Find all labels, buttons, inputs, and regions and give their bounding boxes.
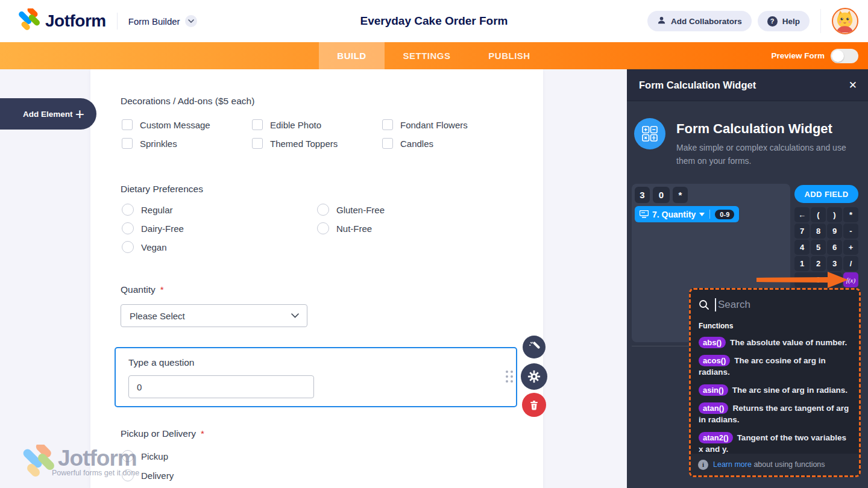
- function-item[interactable]: acos()The arc cosine of arg in radians.: [699, 355, 851, 378]
- checkbox-option[interactable]: Fondant Flowers: [382, 117, 468, 132]
- key-2[interactable]: 2: [811, 256, 826, 271]
- quantity-select[interactable]: Please Select: [121, 304, 307, 327]
- key-8[interactable]: 8: [811, 224, 826, 239]
- function-name-badge: atan2(): [699, 432, 733, 443]
- key-close-paren[interactable]: ): [827, 207, 842, 222]
- radio-option[interactable]: Pickup: [122, 449, 168, 463]
- panel-title: Form Calculation Widget: [639, 80, 756, 91]
- key-plus[interactable]: +: [843, 240, 858, 255]
- tab-publish[interactable]: PUBLISH: [469, 42, 550, 69]
- key-divide[interactable]: /: [843, 256, 858, 271]
- expression-chip[interactable]: *: [673, 187, 688, 203]
- quantity-heading: Quantity*: [121, 284, 164, 295]
- help-button[interactable]: ? Help: [758, 11, 810, 31]
- key-5[interactable]: 5: [811, 240, 826, 255]
- user-avatar[interactable]: [832, 8, 858, 34]
- plus-icon: +: [75, 106, 84, 122]
- key-open-paren[interactable]: (: [811, 207, 826, 222]
- checkbox-option[interactable]: Themed Toppers: [252, 136, 338, 151]
- key-multiply[interactable]: *: [843, 207, 858, 222]
- expression-chip[interactable]: 3: [635, 187, 650, 203]
- preview-form-toggle[interactable]: [831, 49, 858, 63]
- chevron-down-icon[interactable]: [185, 15, 197, 27]
- add-field-button[interactable]: ADD FIELD: [794, 185, 858, 203]
- jotform-watermark: Jotform Powerful forms get it done: [20, 445, 54, 481]
- key-4[interactable]: 4: [794, 240, 810, 255]
- add-collaborators-button[interactable]: Add Collaborators: [647, 11, 752, 31]
- radio[interactable]: [122, 450, 134, 462]
- widget-title: Form Calculation Widget: [676, 121, 832, 137]
- functions-search-input[interactable]: Search: [699, 297, 851, 313]
- question-label[interactable]: Type a question: [128, 357, 194, 368]
- required-asterisk: *: [201, 428, 204, 439]
- brand-wordmark[interactable]: Jotform: [45, 11, 106, 31]
- calculation-value-input[interactable]: 0: [128, 375, 314, 398]
- header-divider: [820, 9, 821, 33]
- checkbox[interactable]: [252, 119, 263, 130]
- function-item[interactable]: asin()The arc sine of arg in radians.: [699, 384, 851, 396]
- learn-more-link[interactable]: Learn more: [713, 460, 752, 469]
- radio[interactable]: [122, 222, 134, 234]
- widget-description: Make simple or complex calculations and …: [676, 141, 864, 167]
- radio-option[interactable]: Gluten-Free: [317, 202, 385, 217]
- checkbox-option[interactable]: Edible Photo: [252, 117, 321, 132]
- app-header: Everyday Cake Order Form Jotform Form Bu…: [0, 0, 868, 42]
- functions-popup-footer: i Learn more about using functions: [691, 454, 859, 475]
- radio-option[interactable]: Dairy-Free: [122, 221, 184, 236]
- function-name-badge: acos(): [699, 355, 730, 366]
- function-item[interactable]: atan()Returns the arc tangent of arg in …: [699, 402, 851, 425]
- key-minus[interactable]: -: [843, 224, 858, 239]
- key-1[interactable]: 1: [794, 256, 810, 271]
- checkbox[interactable]: [382, 119, 393, 130]
- field-chip-quantity[interactable]: 7. Quantity 0-9: [635, 206, 739, 222]
- checkbox[interactable]: [122, 119, 133, 130]
- radio[interactable]: [317, 222, 329, 234]
- tab-build[interactable]: BUILD: [319, 42, 385, 69]
- function-item[interactable]: atan2()Tangent of the two variables x an…: [699, 432, 851, 455]
- functions-popup: Search Functions abs()The absolute value…: [689, 288, 861, 477]
- radio[interactable]: [122, 241, 134, 253]
- close-icon[interactable]: ✕: [849, 79, 857, 92]
- builder-navbar: BUILD SETTINGS PUBLISH Preview Form: [0, 42, 868, 69]
- calculator-icon: [634, 118, 665, 149]
- radio[interactable]: [122, 469, 134, 481]
- checkbox-option[interactable]: Custom Message: [122, 117, 210, 132]
- checkbox[interactable]: [252, 138, 263, 149]
- key-fx-functions[interactable]: f(x): [843, 272, 858, 287]
- key-3[interactable]: 3: [827, 256, 842, 271]
- radio[interactable]: [317, 204, 329, 216]
- radio[interactable]: [122, 204, 134, 216]
- function-name-badge: atan(): [699, 402, 728, 414]
- radio-option[interactable]: Vegan: [122, 240, 167, 254]
- functions-section-label: Functions: [699, 322, 851, 330]
- expression-chip[interactable]: 0: [653, 187, 670, 203]
- drag-handle[interactable]: [506, 371, 513, 383]
- key-7[interactable]: 7: [794, 224, 810, 239]
- product-switcher[interactable]: Form Builder: [128, 16, 180, 27]
- field-settings-button[interactable]: [521, 363, 547, 390]
- magic-wand-button[interactable]: [523, 336, 546, 358]
- checkbox[interactable]: [122, 138, 133, 149]
- key-9[interactable]: 9: [827, 224, 842, 239]
- selected-calculation-field[interactable]: Type a question 0: [115, 347, 517, 407]
- tab-settings[interactable]: SETTINGS: [385, 42, 469, 69]
- checkbox-option[interactable]: Sprinkles: [122, 136, 177, 151]
- checkbox-option[interactable]: Candles: [382, 136, 433, 151]
- jotform-logo-icon[interactable]: [17, 8, 40, 34]
- function-item[interactable]: abs()The absolute value of number.: [699, 337, 851, 348]
- delete-field-button[interactable]: [522, 393, 546, 417]
- key-0[interactable]: 0: [794, 272, 842, 287]
- function-name-badge: abs(): [699, 337, 726, 348]
- radio-option[interactable]: Regular: [122, 202, 173, 217]
- key-backspace[interactable]: ←: [794, 207, 810, 222]
- panel-header: Form Calculation Widget ✕: [627, 69, 868, 101]
- radio-option[interactable]: Nut-Free: [317, 221, 372, 236]
- add-element-button[interactable]: Add Element +: [0, 98, 96, 130]
- search-placeholder: Search: [718, 299, 750, 311]
- chevron-down-icon: [699, 213, 705, 216]
- checkbox[interactable]: [382, 138, 393, 149]
- field-range-badge: 0-9: [715, 210, 734, 219]
- radio-option[interactable]: Delivery: [122, 468, 174, 483]
- key-6[interactable]: 6: [827, 240, 842, 255]
- jotform-logo-icon: [20, 445, 54, 478]
